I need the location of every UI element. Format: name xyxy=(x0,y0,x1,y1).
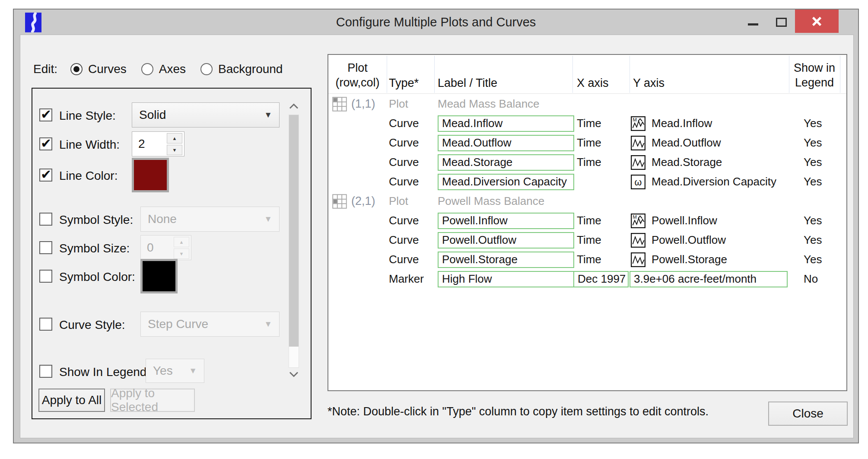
spin-up-button: ▲ xyxy=(174,237,189,247)
type-cell[interactable]: Curve xyxy=(389,230,419,250)
window-controls xyxy=(739,10,839,35)
legend-value: Yes xyxy=(804,230,822,250)
y-axis-omega-icon: ω xyxy=(631,175,645,189)
symbol-style-checkbox[interactable] xyxy=(39,213,52,226)
label-field[interactable]: Powell.Storage xyxy=(438,252,574,268)
type-cell[interactable]: Curve xyxy=(389,114,419,133)
scroll-down-icon[interactable] xyxy=(289,370,299,378)
plot-title: Powell Mass Balance xyxy=(438,191,544,211)
x-axis-field[interactable]: Dec 1997 xyxy=(573,271,629,287)
table-body: (1,1) Plot Mead Mass Balance Curve Mead.… xyxy=(328,94,846,392)
radio-curves-label: Curves xyxy=(88,62,127,76)
line-style-checkbox[interactable] xyxy=(39,108,52,121)
symbol-color-label: Symbol Color: xyxy=(59,270,135,284)
table-row[interactable]: Curve Powell.Inflow Time M Powell.Inflow… xyxy=(328,211,846,230)
y-axis-line-icon xyxy=(631,155,645,170)
x-axis-value: Time xyxy=(577,133,601,153)
radio-background[interactable]: Background xyxy=(200,62,283,76)
type-cell[interactable]: Plot xyxy=(389,94,408,114)
col-header-plot: Plot(row,col) xyxy=(328,61,387,90)
minimize-button[interactable] xyxy=(739,10,767,34)
window-title: Configure Multiple Plots and Curves xyxy=(14,10,858,35)
label-field[interactable]: High Flow xyxy=(438,271,574,287)
close-icon xyxy=(811,16,823,27)
type-cell[interactable]: Curve xyxy=(389,211,419,230)
y-axis-label: Mead.Storage xyxy=(652,156,722,169)
label-field[interactable]: Mead.Inflow xyxy=(438,115,574,132)
label-field[interactable]: Mead.Outflow xyxy=(438,135,574,151)
table-row[interactable]: (2,1) Plot Powell Mass Balance xyxy=(328,191,846,211)
close-button[interactable]: Close xyxy=(768,402,848,426)
maximize-icon xyxy=(776,18,787,27)
y-axis-line-icon xyxy=(631,136,645,150)
line-width-value: 2 xyxy=(132,137,167,151)
maximize-button[interactable] xyxy=(767,10,795,34)
line-color-label: Line Color: xyxy=(59,169,118,183)
table-row[interactable]: (1,1) Plot Mead Mass Balance xyxy=(328,94,846,114)
table-row[interactable]: Curve Mead.Inflow Time M Mead.Inflow Yes xyxy=(328,114,846,133)
table-row[interactable]: Curve Mead.Outflow Time Mead.Outflow Yes xyxy=(328,133,846,153)
label-field[interactable]: Mead.Storage xyxy=(438,154,574,171)
radio-axes[interactable]: Axes xyxy=(141,62,186,76)
label-field[interactable]: Powell.Outflow xyxy=(438,232,574,249)
spin-down-button: ▼ xyxy=(174,249,189,259)
line-width-spinner[interactable]: 2 ▲ ▼ xyxy=(132,131,184,156)
chevron-down-icon: ▼ xyxy=(264,214,272,224)
line-color-swatch[interactable] xyxy=(132,158,169,192)
symbol-size-label: Symbol Size: xyxy=(59,242,130,255)
type-cell[interactable]: Curve xyxy=(389,250,419,269)
table-row[interactable]: Curve Powell.Outflow Time Powell.Outflow… xyxy=(328,230,846,250)
radio-background-label: Background xyxy=(218,62,283,76)
label-field[interactable]: Powell.Inflow xyxy=(438,213,574,229)
edit-mode-row: Edit: Curves Axes Background xyxy=(33,61,297,77)
radio-axes-label: Axes xyxy=(159,62,186,76)
legend-value: Yes xyxy=(804,250,822,269)
note-text: *Note: Double-click in "Type" column to … xyxy=(327,405,709,418)
table-row[interactable]: Curve Powell.Storage Time Powell.Storage… xyxy=(328,250,846,269)
chevron-down-icon: ▼ xyxy=(189,366,197,376)
close-window-button[interactable] xyxy=(795,10,839,33)
spin-down-button[interactable]: ▼ xyxy=(167,145,182,155)
plot-title: Mead Mass Balance xyxy=(438,94,540,114)
table-row[interactable]: Curve Mead.Storage Time Mead.Storage Yes xyxy=(328,153,846,172)
line-style-value: Solid xyxy=(139,108,166,122)
edit-label: Edit: xyxy=(33,62,57,76)
label-field[interactable]: Mead.Diversion Capacity xyxy=(438,174,574,190)
panel-scrollbar[interactable] xyxy=(287,96,300,381)
x-axis-value: Time xyxy=(577,230,601,250)
y-axis-field[interactable]: 3.9e+06 acre-feet/month xyxy=(630,271,788,287)
line-width-checkbox[interactable] xyxy=(39,137,52,150)
style-groupbox: Line Style: Solid ▼ Line Width: 2 ▲ ▼ Li… xyxy=(32,88,312,419)
table-row[interactable]: Curve Mead.Diversion Capacity ω Mead.Div… xyxy=(328,172,846,191)
symbol-style-label: Symbol Style: xyxy=(59,213,133,227)
apply-to-all-button[interactable]: Apply to All xyxy=(38,389,105,412)
spin-up-button[interactable]: ▲ xyxy=(167,133,182,143)
type-cell[interactable]: Curve xyxy=(389,172,419,191)
symbol-size-checkbox[interactable] xyxy=(39,241,52,254)
scrollbar-thumb[interactable] xyxy=(289,115,299,347)
y-axis-label: Mead.Diversion Capacity xyxy=(652,175,776,188)
type-cell[interactable]: Marker xyxy=(389,269,424,289)
y-axis-label: Mead.Inflow xyxy=(652,117,712,130)
type-cell[interactable]: Curve xyxy=(389,133,419,153)
curve-style-checkbox[interactable] xyxy=(39,318,52,331)
line-style-select[interactable]: Solid ▼ xyxy=(132,102,280,128)
y-axis-line-icon xyxy=(631,233,645,248)
scroll-up-icon[interactable] xyxy=(289,102,299,110)
table-row[interactable]: Marker High Flow Dec 1997 3.9e+06 acre-f… xyxy=(328,269,846,289)
legend-value: Yes xyxy=(804,172,822,191)
show-in-legend-checkbox[interactable] xyxy=(39,365,52,378)
symbol-size-value: 0 xyxy=(141,241,174,255)
type-cell[interactable]: Curve xyxy=(389,153,419,172)
minimize-icon xyxy=(748,23,758,26)
col-header-label: Label / Title xyxy=(438,76,497,90)
scrollbar-track[interactable] xyxy=(289,115,299,368)
symbol-color-checkbox[interactable] xyxy=(39,270,52,283)
col-header-y-axis: Y axis xyxy=(633,76,665,90)
type-cell[interactable]: Plot xyxy=(389,191,408,211)
chevron-down-icon: ▼ xyxy=(264,319,272,329)
line-color-checkbox[interactable] xyxy=(39,169,52,182)
radio-curves[interactable]: Curves xyxy=(70,62,127,76)
symbol-color-swatch[interactable] xyxy=(140,259,178,293)
page: Configure Multiple Plots and Curves Edit… xyxy=(0,0,868,459)
